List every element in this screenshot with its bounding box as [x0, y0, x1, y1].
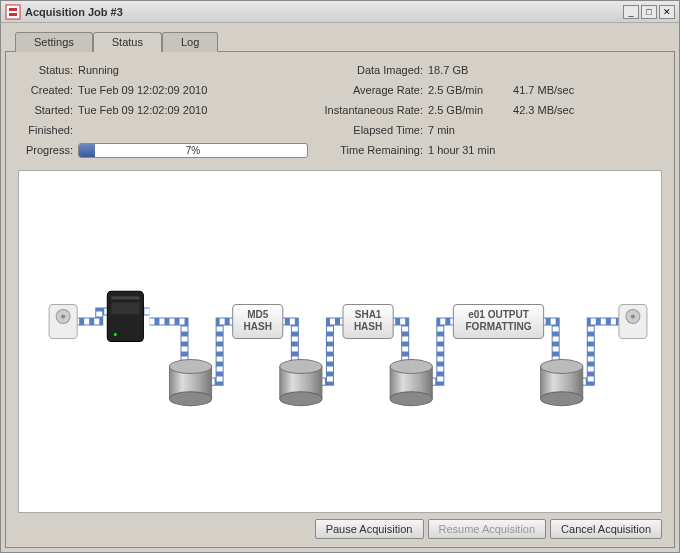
buffer-drum-4-icon — [541, 360, 583, 406]
minimize-button[interactable]: _ — [623, 5, 639, 19]
cancel-button[interactable]: Cancel Acquisition — [550, 519, 662, 539]
svg-point-15 — [280, 392, 322, 406]
svg-point-20 — [541, 360, 583, 374]
remaining-value: 1 hour 31 min — [428, 144, 495, 156]
data-imaged-label: Data Imaged: — [308, 64, 428, 76]
created-label: Created: — [18, 84, 78, 96]
buffer-drum-3-icon — [390, 360, 432, 406]
svg-point-14 — [280, 360, 322, 374]
svg-point-21 — [541, 392, 583, 406]
created-value: Tue Feb 09 12:02:09 2010 — [78, 84, 207, 96]
svg-point-5 — [61, 314, 65, 318]
progress-label: Progress: — [18, 144, 78, 156]
stats-panel: Status:Running Created:Tue Feb 09 12:02:… — [18, 60, 662, 160]
inst-rate-value: 2.5 GB/min — [428, 104, 483, 116]
stage-sha1-l2: HASH — [354, 321, 382, 332]
avg-rate-label: Average Rate: — [308, 84, 428, 96]
svg-rect-1 — [9, 8, 17, 11]
svg-rect-7 — [111, 296, 139, 299]
stage-fmt-l1: e01 OUTPUT — [468, 309, 530, 320]
source-disk-icon — [49, 304, 77, 338]
svg-point-27 — [631, 314, 635, 318]
target-disk-icon — [619, 304, 647, 338]
app-icon — [5, 4, 21, 20]
inst-rate-label: Instantaneous Rate: — [308, 104, 428, 116]
tab-settings[interactable]: Settings — [15, 32, 93, 52]
elapsed-value: 7 min — [428, 124, 455, 136]
buffer-drum-1-icon — [169, 360, 211, 406]
maximize-button[interactable]: □ — [641, 5, 657, 19]
stage-fmt-l2: FORMATTING — [465, 321, 531, 332]
stage-md5-l2: HASH — [244, 321, 272, 332]
close-button[interactable]: ✕ — [659, 5, 675, 19]
svg-point-11 — [169, 360, 211, 374]
tower-icon — [107, 291, 143, 341]
client-area: Settings Status Log Status:Running Creat… — [1, 23, 679, 552]
svg-point-18 — [390, 392, 432, 406]
resume-button[interactable]: Resume Acquisition — [428, 519, 547, 539]
svg-point-9 — [114, 333, 117, 336]
svg-point-17 — [390, 360, 432, 374]
svg-rect-0 — [6, 5, 20, 19]
data-imaged-value: 18.7 GB — [428, 64, 468, 76]
pipeline-diagram: MD5 HASH SHA1 HASH e01 OUTPUT FORMATTING — [18, 170, 662, 513]
pause-button[interactable]: Pause Acquisition — [315, 519, 424, 539]
avg-rate-extra: 41.7 MB/sec — [513, 84, 574, 96]
tab-status[interactable]: Status — [93, 32, 162, 52]
elapsed-label: Elapsed Time: — [308, 124, 428, 136]
app-window: Acquisition Job #3 _ □ ✕ Settings Status… — [0, 0, 680, 553]
started-label: Started: — [18, 104, 78, 116]
inst-rate-extra: 42.3 MB/sec — [513, 104, 574, 116]
tab-log[interactable]: Log — [162, 32, 218, 52]
tab-strip: Settings Status Log — [5, 31, 675, 51]
status-label: Status: — [18, 64, 78, 76]
stage-md5-l1: MD5 — [247, 309, 269, 320]
titlebar: Acquisition Job #3 _ □ ✕ — [1, 1, 679, 23]
finished-label: Finished: — [18, 124, 78, 136]
svg-point-12 — [169, 392, 211, 406]
progress-bar: 7% — [78, 143, 308, 158]
status-value: Running — [78, 64, 119, 76]
svg-rect-8 — [111, 302, 139, 314]
window-title: Acquisition Job #3 — [25, 6, 623, 18]
button-bar: Pause Acquisition Resume Acquisition Can… — [18, 519, 662, 539]
svg-rect-2 — [9, 13, 17, 16]
avg-rate-value: 2.5 GB/min — [428, 84, 483, 96]
progress-bar-text: 7% — [79, 144, 307, 158]
remaining-label: Time Remaining: — [308, 144, 428, 156]
started-value: Tue Feb 09 12:02:09 2010 — [78, 104, 207, 116]
tab-content: Status:Running Created:Tue Feb 09 12:02:… — [5, 51, 675, 548]
stage-sha1-l1: SHA1 — [355, 309, 382, 320]
buffer-drum-2-icon — [280, 360, 322, 406]
